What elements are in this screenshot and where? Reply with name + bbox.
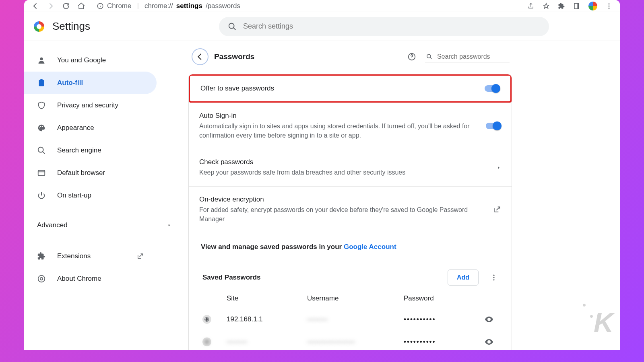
- open-external-icon: [493, 206, 501, 214]
- svg-point-21: [493, 279, 494, 280]
- search-icon: [228, 22, 237, 31]
- sidebar-item-label: You and Google: [57, 56, 106, 64]
- auto-signin-toggle[interactable]: [486, 123, 501, 129]
- extensions-puzzle-icon[interactable]: [558, 2, 565, 10]
- saved-passwords-header: Saved Passwords Add: [189, 261, 512, 289]
- window-icon: [37, 169, 47, 177]
- url-scheme: chrome://: [144, 2, 173, 10]
- chevron-right-icon: [496, 165, 501, 170]
- site-cell: ———: [227, 338, 307, 346]
- svg-rect-9: [40, 79, 43, 81]
- sidebar-divider: [34, 240, 175, 240]
- sidebar-item-search-engine[interactable]: Search engine: [24, 139, 157, 162]
- password-table-header: Site Username Password: [189, 289, 512, 308]
- bookmark-star-icon[interactable]: [543, 2, 550, 10]
- auto-signin-row[interactable]: Auto Sign-in Automatically sign in to si…: [189, 103, 512, 149]
- home-icon[interactable]: [77, 2, 85, 10]
- saved-passwords-title: Saved Passwords: [202, 274, 261, 282]
- sidebar-item-label: About Chrome: [57, 275, 101, 283]
- col-site: Site: [227, 294, 307, 302]
- svg-point-10: [39, 128, 40, 128]
- offer-save-toggle[interactable]: [485, 85, 500, 92]
- col-username: Username: [307, 294, 404, 302]
- settings-search[interactable]: [219, 17, 549, 36]
- url-bar[interactable]: Chrome | chrome://settings/passwords: [97, 2, 520, 10]
- show-password-icon[interactable]: [484, 315, 512, 324]
- site-favicon-icon: ■: [202, 337, 211, 346]
- password-row[interactable]: ■ ——— ——————— ••••••••••: [189, 331, 512, 350]
- more-menu-icon[interactable]: [490, 274, 498, 282]
- google-account-link[interactable]: Google Account: [344, 243, 396, 251]
- chrome-icon: [37, 274, 47, 283]
- check-passwords-row[interactable]: Check passwords Keep your passwords safe…: [189, 149, 512, 186]
- sidebar-item-label: Default browser: [57, 169, 105, 177]
- password-cell: ••••••••••: [404, 338, 484, 346]
- site-favicon-icon: [202, 315, 211, 324]
- row-subtitle: For added safety, encrypt passwords on y…: [199, 205, 473, 224]
- kebab-menu-icon[interactable]: [605, 2, 613, 10]
- sidebar-item-label: On start-up: [57, 191, 91, 200]
- manage-text: View and manage saved passwords in your: [201, 243, 344, 251]
- row-title: Check passwords: [199, 158, 489, 166]
- password-cell: ••••••••••: [404, 315, 484, 323]
- svg-point-7: [40, 58, 43, 60]
- svg-point-5: [609, 7, 610, 8]
- svg-rect-14: [38, 171, 45, 176]
- sidebar-item-on-startup[interactable]: On start-up: [24, 184, 157, 207]
- search-icon: [426, 53, 433, 60]
- profile-avatar-icon[interactable]: [588, 2, 597, 10]
- svg-point-11: [40, 126, 41, 127]
- row-title: Offer to save passwords: [200, 84, 477, 93]
- svg-point-3: [609, 3, 610, 4]
- sidebar-advanced[interactable]: Advanced: [24, 212, 185, 237]
- content-area: You and Google Auto-fill Privacy and sec…: [24, 41, 620, 350]
- svg-point-15: [38, 276, 45, 282]
- svg-point-20: [493, 277, 494, 278]
- back-icon[interactable]: [31, 2, 39, 10]
- on-device-encryption-row[interactable]: On-device encryption For added safety, e…: [189, 186, 512, 232]
- reading-list-icon[interactable]: [573, 2, 580, 10]
- svg-point-6: [229, 23, 234, 28]
- username-cell: ———————: [307, 338, 404, 346]
- password-row[interactable]: 192.168.1.1 ——— ••••••••••: [189, 308, 512, 331]
- svg-point-4: [609, 5, 610, 6]
- offer-save-passwords-row[interactable]: Offer to save passwords: [188, 74, 512, 103]
- sidebar-item-auto-fill[interactable]: Auto-fill: [24, 72, 157, 94]
- site-cell: 192.168.1.1: [227, 315, 307, 323]
- svg-rect-2: [578, 3, 579, 9]
- add-password-button[interactable]: Add: [448, 269, 479, 286]
- sidebar-item-you-and-google[interactable]: You and Google: [24, 49, 157, 72]
- sidebar-item-extensions[interactable]: Extensions: [24, 245, 157, 267]
- toolbar-right: [527, 2, 613, 10]
- puzzle-icon: [37, 252, 47, 261]
- url-host: settings: [176, 2, 202, 10]
- share-icon[interactable]: [527, 2, 535, 10]
- chrome-logo-icon: [34, 21, 44, 32]
- svg-point-13: [38, 147, 43, 152]
- chevron-down-icon: [166, 222, 172, 228]
- power-icon: [37, 191, 47, 200]
- show-password-icon[interactable]: [484, 337, 512, 347]
- person-icon: [37, 56, 47, 65]
- passwords-search-input[interactable]: [437, 53, 509, 60]
- username-cell: ———: [307, 315, 404, 323]
- main-panel: Passwords Offer to save pass: [185, 41, 620, 350]
- settings-card: Offer to save passwords Auto Sign-in Aut…: [188, 74, 512, 350]
- sidebar-item-privacy[interactable]: Privacy and security: [24, 94, 157, 117]
- passwords-search[interactable]: [425, 51, 510, 62]
- row-title: On-device encryption: [199, 195, 486, 204]
- site-info-icon[interactable]: [97, 2, 104, 10]
- sidebar: You and Google Auto-fill Privacy and sec…: [24, 41, 185, 350]
- panel-back-button[interactable]: [192, 48, 208, 65]
- sidebar-item-default-browser[interactable]: Default browser: [24, 162, 157, 184]
- browser-toolbar: Chrome | chrome://settings/passwords: [24, 0, 620, 12]
- sidebar-item-appearance[interactable]: Appearance: [24, 117, 157, 139]
- browser-window: Chrome | chrome://settings/passwords Set…: [24, 0, 620, 350]
- svg-point-16: [40, 278, 43, 280]
- col-password: Password: [404, 294, 484, 302]
- reload-icon[interactable]: [62, 2, 70, 10]
- help-icon[interactable]: [407, 52, 416, 61]
- sidebar-item-about[interactable]: About Chrome: [24, 267, 157, 290]
- settings-search-input[interactable]: [243, 22, 540, 31]
- app-header: Settings: [24, 12, 620, 41]
